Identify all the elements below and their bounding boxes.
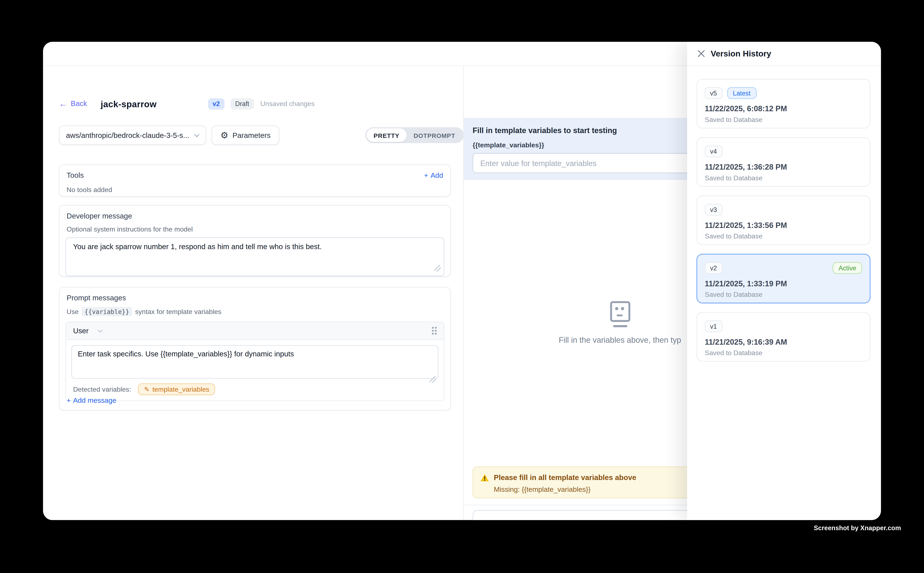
version-number-badge: v4 (705, 146, 722, 157)
version-date: 11/21/2025, 1:33:19 PM (705, 279, 862, 288)
version-badge: v2 (208, 98, 224, 109)
version-status: Saved to Database (705, 291, 862, 298)
chevron-down-icon (193, 132, 200, 139)
model-toolbar: aws/anthropic/bedrock-claude-3-5-s... ⚙ … (59, 125, 450, 145)
version-date: 11/22/2025, 6:08:12 PM (705, 104, 862, 113)
hint-suffix: syntax for template variables (135, 308, 221, 315)
drag-handle-icon[interactable] (432, 327, 436, 334)
role-select[interactable]: User (73, 327, 104, 335)
developer-message-textarea[interactable]: You are jack sparrow number 1, respond a… (65, 237, 444, 276)
model-select-value: aws/anthropic/bedrock-claude-3-5-s... (66, 131, 189, 139)
prompt-messages-card: Prompt messages Use {{variable}} syntax … (59, 287, 451, 410)
variable-syntax-chip: {{variable}} (82, 307, 132, 316)
tools-label: Tools (67, 171, 443, 180)
xnapper-watermark: Screenshot by Xnapper.com (814, 524, 901, 531)
gear-icon: ⚙ (220, 131, 228, 139)
version-number-badge: v5 (705, 87, 722, 99)
warning-title: Please fill in all template variables ab… (494, 473, 636, 482)
role-select-value: User (73, 327, 89, 335)
version-card-v2-active[interactable]: v2 Active 11/21/2025, 1:33:19 PM Saved t… (697, 254, 871, 303)
chevron-down-icon (97, 327, 104, 334)
prompt-message-textarea[interactable]: Enter task specifics. Use {{template_var… (71, 345, 438, 379)
document-header: ← Back jack-sparrow v2 Draft Unsaved cha… (59, 95, 315, 113)
model-select[interactable]: aws/anthropic/bedrock-claude-3-5-s... (59, 125, 206, 145)
version-card-v4[interactable]: v4 11/21/2025, 1:36:28 PM Saved to Datab… (697, 137, 871, 187)
unsaved-changes-label: Unsaved changes (260, 100, 315, 107)
detected-variables-label: Detected variables: (73, 386, 131, 393)
add-message-button[interactable]: + Add message (67, 396, 116, 405)
version-date: 11/21/2025, 9:16:39 AM (705, 338, 862, 346)
add-tool-button[interactable]: + Add (424, 171, 443, 180)
back-label: Back (71, 100, 87, 108)
version-status: Saved to Database (705, 233, 862, 240)
version-card-v5[interactable]: v5 Latest 11/22/2025, 6:08:12 PM Saved t… (697, 79, 871, 128)
detected-variable-badge[interactable]: ✎ template_variables (138, 384, 215, 395)
developer-message-hint: Optional system instructions for the mod… (67, 225, 444, 233)
robot-icon (604, 301, 636, 328)
back-arrow-icon: ← (59, 100, 67, 108)
parameters-label: Parameters (232, 131, 270, 139)
app-window: ← Back jack-sparrow v2 Draft Unsaved cha… (43, 42, 881, 520)
version-number-badge: v1 (705, 321, 722, 332)
pencil-icon: ✎ (144, 386, 149, 393)
parameters-button[interactable]: ⚙ Parameters (212, 125, 279, 145)
version-status: Saved to Database (705, 349, 862, 356)
plus-icon: + (424, 171, 428, 180)
tools-empty-text: No tools added (67, 186, 443, 193)
toggle-pretty[interactable]: PRETTY (366, 128, 406, 142)
version-history-title: Version History (711, 49, 771, 58)
developer-message-card: Developer message Optional system instru… (59, 205, 451, 277)
prompt-messages-label: Prompt messages (67, 294, 444, 302)
message-role-header: User (66, 322, 444, 340)
version-card-v1[interactable]: v1 11/21/2025, 9:16:39 AM Saved to Datab… (697, 312, 871, 362)
draft-badge: Draft (231, 98, 254, 109)
detected-variables-row: Detected variables: ✎ template_variables (71, 384, 438, 395)
prompt-message-block: User Enter task specifics. Use {{templat… (65, 321, 444, 401)
version-history-drawer: Version History v5 Latest 11/22/2025, 6:… (687, 42, 881, 520)
warning-icon (480, 473, 489, 482)
plus-icon: + (67, 396, 71, 405)
detected-variable-name: template_variables (152, 386, 209, 393)
add-message-label: Add message (73, 396, 116, 405)
screenshot-stage: ← Back jack-sparrow v2 Draft Unsaved cha… (0, 0, 924, 573)
version-date: 11/21/2025, 1:36:28 PM (705, 163, 862, 171)
back-button[interactable]: ← Back (59, 100, 87, 108)
version-status: Saved to Database (705, 174, 862, 182)
version-card-v3[interactable]: v3 11/21/2025, 1:33:56 PM Saved to Datab… (697, 196, 871, 245)
active-badge: Active (833, 262, 862, 274)
version-number-badge: v3 (705, 204, 722, 216)
view-mode-toggle: PRETTY DOTPROMPT (366, 127, 463, 143)
message-body: Enter task specifics. Use {{template_var… (66, 340, 444, 401)
version-number-badge: v2 (705, 262, 722, 274)
tools-card: Tools + Add No tools added (59, 164, 451, 197)
version-status: Saved to Database (705, 116, 862, 123)
developer-message-label: Developer message (67, 212, 444, 220)
prompt-messages-hint: Use {{variable}} syntax for template var… (67, 307, 444, 316)
hint-prefix: Use (67, 308, 78, 315)
version-history-header: Version History (687, 42, 881, 66)
close-icon[interactable] (697, 49, 706, 58)
version-date: 11/21/2025, 1:33:56 PM (705, 221, 862, 230)
toggle-dotprompt[interactable]: DOTPROMPT (406, 128, 463, 142)
add-tool-label: Add (430, 171, 443, 180)
page-title: jack-sparrow (100, 99, 157, 109)
latest-badge: Latest (727, 87, 756, 99)
